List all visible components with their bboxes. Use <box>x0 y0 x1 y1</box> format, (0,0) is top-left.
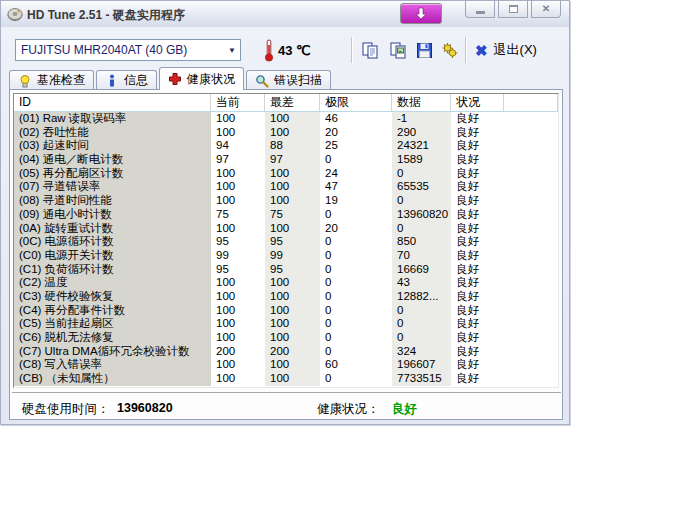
cell-threshold: 0 <box>320 263 392 277</box>
table-row[interactable]: (CB) （未知属性） 100 100 0 7733515 良好 <box>14 372 558 386</box>
cell-status: 良好 <box>451 112 504 126</box>
temperature-readout: 43 ℃ <box>278 43 311 58</box>
cell-threshold: 25 <box>320 139 392 153</box>
cell-status: 良好 <box>451 249 504 263</box>
cell-id: (C8) 写入错误率 <box>14 358 211 372</box>
cell-data: 24321 <box>392 139 451 153</box>
cell-worst: 200 <box>265 345 320 359</box>
table-row[interactable]: (09) 通电小时计数 75 75 0 13960820 良好 <box>14 208 558 222</box>
drive-selector[interactable]: FUJITSU MHR2040AT (40 GB) ▼ <box>15 39 241 61</box>
info-icon <box>105 74 119 88</box>
cell-status: 良好 <box>451 358 504 372</box>
cell-status: 良好 <box>451 372 504 386</box>
cell-current: 100 <box>211 290 265 304</box>
cell-current: 100 <box>211 276 265 290</box>
cell-id: (C1) 负荷循环计数 <box>14 263 211 277</box>
cell-current: 100 <box>211 194 265 208</box>
cell-worst: 75 <box>265 208 320 222</box>
cell-status: 良好 <box>451 153 504 167</box>
tab-error-scan[interactable]: 错误扫描 <box>246 70 331 90</box>
cell-current: 95 <box>211 235 265 249</box>
options-button[interactable] <box>439 40 461 60</box>
cell-threshold: 19 <box>320 194 392 208</box>
cell-data: 324 <box>392 345 451 359</box>
cell-worst: 100 <box>265 194 320 208</box>
table-row[interactable]: (C2) 温度 100 100 0 43 良好 <box>14 276 558 290</box>
tab-label: 错误扫描 <box>274 72 322 89</box>
cell-threshold: 0 <box>320 317 392 331</box>
cell-data: 12882... <box>392 290 451 304</box>
cell-filler <box>504 235 558 249</box>
download-button[interactable] <box>400 3 442 24</box>
table-row[interactable]: (C4) 再分配事件计数 100 100 0 0 良好 <box>14 304 558 318</box>
cell-threshold: 0 <box>320 235 392 249</box>
table-row[interactable]: (C8) 写入错误率 100 100 60 196607 良好 <box>14 358 558 372</box>
cell-id: (03) 起速时间 <box>14 139 211 153</box>
table-row[interactable]: (08) 寻道时间性能 100 100 19 0 良好 <box>14 194 558 208</box>
maximize-button[interactable] <box>498 1 528 18</box>
copy-image-button[interactable] <box>387 40 409 60</box>
cell-threshold: 47 <box>320 180 392 194</box>
cell-id: (C4) 再分配事件计数 <box>14 304 211 318</box>
table-header-row: ID 当前 最差 极限 数据 状况 <box>14 94 558 112</box>
title-bar[interactable]: HD Tune 2.51 - 硬盘实用程序 ✕ <box>1 1 569 27</box>
cell-worst: 100 <box>265 126 320 140</box>
minimize-button[interactable] <box>465 1 495 18</box>
cell-data: 65535 <box>392 180 451 194</box>
cell-status: 良好 <box>451 331 504 345</box>
table-row[interactable]: (04) 通电／断电计数 97 97 0 1589 良好 <box>14 153 558 167</box>
table-row[interactable]: (C1) 负荷循环计数 95 95 0 16669 良好 <box>14 263 558 277</box>
table-row[interactable]: (0C) 电源循环计数 95 95 0 850 良好 <box>14 235 558 249</box>
cell-threshold: 0 <box>320 372 392 386</box>
exit-button[interactable]: ✖ 退出(X) <box>475 39 537 61</box>
cell-data: 0 <box>392 194 451 208</box>
table-row[interactable]: (C7) Ultra DMA循环冗余校验计数 200 200 0 324 良好 <box>14 345 558 359</box>
cell-data: 7733515 <box>392 372 451 386</box>
table-row[interactable]: (02) 吞吐性能 100 100 20 290 良好 <box>14 126 558 140</box>
cell-id: (C5) 当前挂起扇区 <box>14 317 211 331</box>
cell-filler <box>504 208 558 222</box>
close-button[interactable]: ✕ <box>531 1 561 18</box>
table-row[interactable]: (01) Raw 读取误码率 100 100 46 -1 良好 <box>14 112 558 126</box>
cell-current: 97 <box>211 153 265 167</box>
exit-x-icon: ✖ <box>475 43 488 58</box>
health-status-label: 健康状况： <box>317 401 380 418</box>
cell-filler <box>504 290 558 304</box>
cell-current: 100 <box>211 331 265 345</box>
close-icon: ✕ <box>542 4 550 14</box>
tab-label: 信息 <box>124 72 148 89</box>
tab-bar: 基准检查 信息 健康状况 <box>9 67 333 90</box>
column-header-threshold: 极限 <box>320 94 392 111</box>
table-row[interactable]: (03) 起速时间 94 88 25 24321 良好 <box>14 139 558 153</box>
table-row[interactable]: (05) 再分配扇区计数 100 100 24 0 良好 <box>14 167 558 181</box>
cell-current: 100 <box>211 304 265 318</box>
chevron-down-icon[interactable]: ▼ <box>224 46 240 55</box>
tab-benchmark[interactable]: 基准检查 <box>9 70 94 90</box>
copy-button[interactable] <box>359 40 381 60</box>
cell-filler <box>504 167 558 181</box>
table-row[interactable]: (C5) 当前挂起扇区 100 100 0 0 良好 <box>14 317 558 331</box>
smart-table-body: (01) Raw 读取误码率 100 100 46 -1 良好 (02) 吞吐性… <box>14 112 558 386</box>
cell-data: 1589 <box>392 153 451 167</box>
tab-label: 基准检查 <box>37 72 85 89</box>
table-row[interactable]: (C6) 脱机无法修复 100 100 0 0 良好 <box>14 331 558 345</box>
cell-current: 100 <box>211 358 265 372</box>
tab-info[interactable]: 信息 <box>96 70 157 90</box>
table-row[interactable]: (C0) 电源开关计数 99 99 0 70 良好 <box>14 249 558 263</box>
cell-threshold: 0 <box>320 304 392 318</box>
health-tab-page: ID 当前 最差 极限 数据 状况 (01) Raw 读取误码率 100 100… <box>9 89 563 420</box>
cell-data: 43 <box>392 276 451 290</box>
table-row[interactable]: (C3) 硬件校验恢复 100 100 0 12882... 良好 <box>14 290 558 304</box>
cell-id: (08) 寻道时间性能 <box>14 194 211 208</box>
save-button[interactable] <box>413 40 435 60</box>
scan-magnifier-icon <box>255 74 269 88</box>
screen: HD Tune 2.51 - 硬盘实用程序 ✕ FUJITSU MHR2040A… <box>0 0 700 525</box>
table-row[interactable]: (0A) 旋转重试计数 100 100 20 0 良好 <box>14 222 558 236</box>
table-row[interactable]: (07) 寻道错误率 100 100 47 65535 良好 <box>14 180 558 194</box>
power-on-time-label: 硬盘使用时间： <box>22 401 110 418</box>
tab-health[interactable]: 健康状况 <box>159 67 244 90</box>
cell-status: 良好 <box>451 345 504 359</box>
health-status-value: 良好 <box>392 401 417 418</box>
cell-id: (0A) 旋转重试计数 <box>14 222 211 236</box>
cell-worst: 97 <box>265 153 320 167</box>
